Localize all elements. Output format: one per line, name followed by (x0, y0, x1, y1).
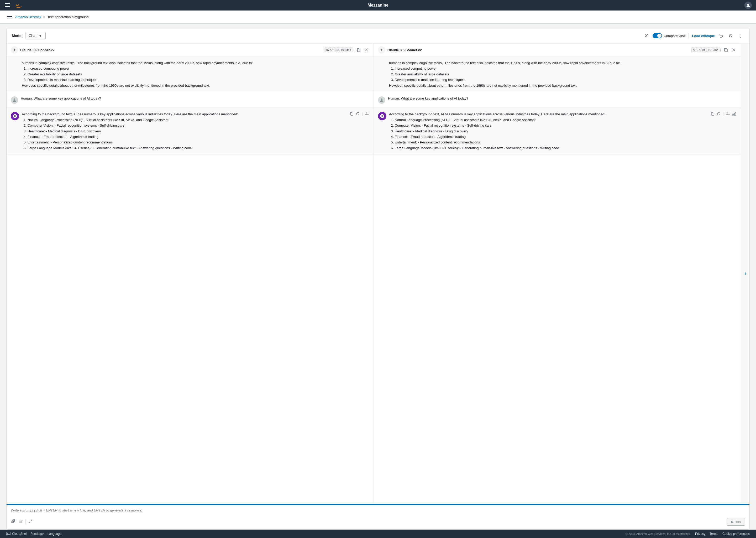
svg-rect-4 (7, 15, 12, 15)
breadcrumb-link[interactable]: Amazon Bedrock (15, 15, 41, 19)
model-icon-1 (11, 46, 18, 54)
ai-avatar-1 (11, 112, 19, 120)
close-panel-2[interactable] (731, 47, 736, 53)
language-link[interactable]: Language (48, 532, 62, 536)
ai-continuation-2: humans in complex cognitive tasks. The b… (374, 56, 741, 92)
menu-button[interactable] (4, 2, 11, 9)
model-header-left-1: Claude 3.5 Sonnet v2 (11, 46, 55, 54)
app-title: Mezzanine (367, 3, 389, 8)
messages-area-2[interactable]: humans in complex cognitive tasks. The b… (374, 56, 741, 504)
svg-rect-1 (5, 5, 10, 5)
human-avatar-1 (11, 96, 18, 104)
model-panel-2: Claude 3.5 Sonnet v2 9727, 198, 1012ms (374, 44, 741, 504)
breadcrumb-current: Text generation playground (48, 15, 89, 19)
sidebar-toggle[interactable] (6, 13, 13, 21)
svg-rect-35 (732, 114, 733, 115)
cloudshell-button[interactable]: CloudShell (6, 532, 27, 536)
svg-rect-43 (6, 532, 11, 535)
privacy-link[interactable]: Privacy (695, 532, 705, 536)
svg-rect-0 (5, 3, 10, 4)
ai-avatar-2 (378, 112, 386, 120)
mode-right: Compare view Load example (643, 32, 744, 40)
ai-continuation-1: humans in complex cognitive tasks. The b… (7, 56, 374, 92)
svg-point-14 (14, 49, 15, 50)
chart-btn-2[interactable] (732, 111, 736, 117)
svg-rect-5 (7, 16, 12, 17)
copy-msg-btn-2[interactable] (710, 111, 715, 117)
svg-line-7 (645, 35, 647, 37)
copyright-text: © 2023, Amazon Web Services, Inc. or its… (626, 532, 691, 535)
expand-icon[interactable] (28, 519, 33, 525)
add-column-button[interactable]: + (741, 44, 749, 504)
human-message-1: Human: What are some key applications of… (7, 92, 374, 108)
human-message-2: Human: What are some key applications of… (374, 92, 741, 108)
copy-icon-1[interactable] (355, 47, 361, 53)
toggle-switch[interactable] (653, 33, 662, 38)
mode-bar: Mode: Chat ▼ (7, 28, 749, 44)
feedback-link[interactable]: Feedback (30, 532, 44, 536)
close-panel-1[interactable] (363, 47, 369, 53)
chat-area: Claude 3.5 Sonnet v2 9727, 198, 1909ms (7, 44, 749, 504)
regenerate-btn-2[interactable] (716, 111, 721, 117)
playground-container: Mode: Chat ▼ (6, 28, 750, 530)
user-avatar[interactable] (744, 2, 752, 9)
undo-icon[interactable] (718, 32, 724, 39)
model-name-2: Claude 3.5 Sonnet v2 (388, 48, 422, 52)
svg-rect-15 (357, 49, 360, 52)
model-icon-2 (378, 46, 385, 54)
footer-left: CloudShell Feedback Language (6, 532, 62, 536)
load-example-button[interactable]: Load example (692, 34, 715, 38)
attachment-icon[interactable] (11, 519, 16, 525)
more-options-icon[interactable]: ⋮ (737, 32, 744, 40)
token-badge-2: 9727, 198, 1012ms (691, 48, 721, 52)
navbar-right (744, 2, 752, 9)
svg-point-34 (729, 114, 729, 115)
wand-icon[interactable] (643, 32, 649, 39)
prompt-input[interactable] (11, 508, 745, 514)
format-icon[interactable] (18, 519, 24, 525)
svg-point-33 (727, 113, 728, 114)
prompt-footer: ▶ Run (11, 518, 745, 526)
footer-right: © 2023, Amazon Web Services, Inc. or its… (626, 532, 750, 536)
svg-point-25 (381, 49, 382, 50)
ai-response-inner-2: According to the background text, AI has… (378, 111, 736, 151)
model-panel-1: Claude 3.5 Sonnet v2 9727, 198, 1909ms (7, 44, 374, 504)
svg-point-29 (381, 98, 382, 100)
human-avatar-2 (378, 96, 385, 104)
footer: CloudShell Feedback Language © 2023, Ama… (0, 530, 756, 538)
copy-icon-2[interactable] (723, 47, 729, 53)
refresh-icon[interactable] (728, 32, 734, 39)
ai-response-content-1: According to the background text, AI has… (22, 111, 344, 151)
terms-link[interactable]: Terms (710, 532, 718, 536)
run-button[interactable]: ▶ Run (727, 518, 745, 526)
breadcrumb-bar: Amazon Bedrock > Text generation playgro… (0, 11, 756, 24)
svg-rect-6 (7, 18, 12, 19)
model-header-right-2: 9727, 198, 1012ms (691, 47, 736, 53)
prompt-tools (11, 519, 33, 525)
svg-rect-26 (725, 49, 728, 52)
model-header-right-1: 9727, 198, 1909ms (324, 47, 369, 53)
settings-btn-2[interactable] (726, 111, 730, 117)
svg-rect-2 (5, 6, 10, 7)
model-header-2: Claude 3.5 Sonnet v2 9727, 198, 1012ms (374, 44, 741, 56)
regenerate-btn-1[interactable] (355, 111, 360, 117)
breadcrumb-separator: > (43, 15, 45, 19)
ai-continuation-content-2: humans in complex cognitive tasks. The b… (378, 60, 736, 88)
ai-response-content-2: According to the background text, AI has… (389, 111, 705, 151)
main-content: Mode: Chat ▼ (0, 24, 756, 530)
messages-area-1[interactable]: humans in complex cognitive tasks. The b… (7, 56, 374, 504)
message-actions-1 (349, 111, 369, 117)
compare-view-label: Compare view (664, 34, 685, 38)
mode-select[interactable]: Chat ▼ (25, 32, 45, 39)
cookie-link[interactable]: Cookie preferences (722, 532, 750, 536)
copy-msg-btn-1[interactable] (349, 111, 354, 117)
toolbar-divider (688, 33, 689, 38)
model-header-1: Claude 3.5 Sonnet v2 9727, 198, 1909ms (7, 44, 374, 56)
ai-response-2: According to the background text, AI has… (374, 108, 741, 155)
ai-response-1: According to the background text, AI has… (7, 108, 374, 155)
human-message-content-1: Human: What are some key applications of… (21, 96, 369, 101)
svg-rect-37 (735, 112, 736, 115)
human-message-content-2: Human: What are some key applications of… (388, 96, 736, 101)
compare-view-toggle[interactable]: Compare view (653, 33, 685, 38)
settings-btn-1[interactable] (365, 111, 369, 117)
